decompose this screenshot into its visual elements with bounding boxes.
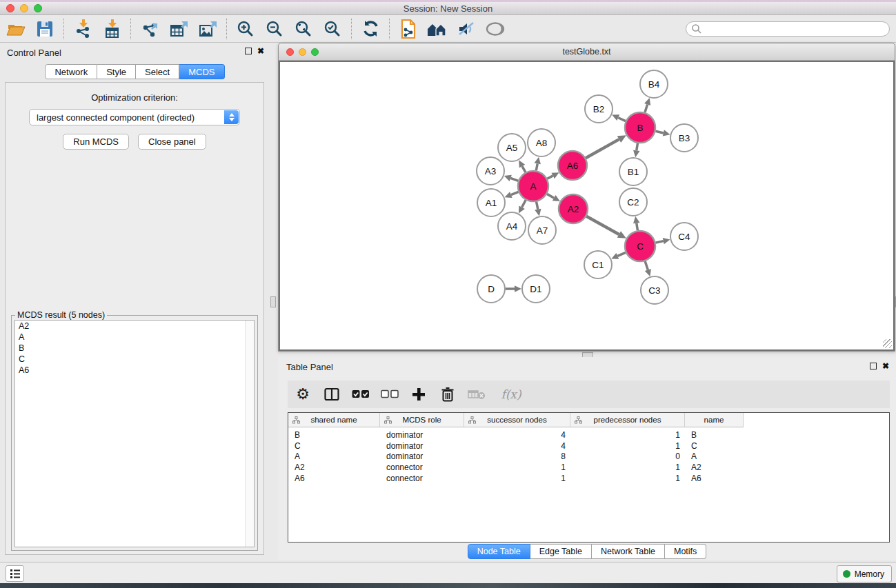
- column-view-button[interactable]: [322, 384, 341, 405]
- table-row[interactable]: Bdominator41B: [288, 429, 889, 440]
- column-header-predecessor-nodes[interactable]: predecessor nodes: [570, 413, 685, 427]
- edge-A-A2[interactable]: [547, 194, 554, 198]
- column-type-icon: [292, 416, 300, 424]
- edge-C-C1[interactable]: [617, 252, 626, 256]
- function-builder-button[interactable]: f(x): [496, 384, 526, 405]
- tab-style[interactable]: Style: [97, 64, 136, 79]
- edge-C-C2[interactable]: [637, 223, 638, 231]
- node-label-B: B: [637, 123, 643, 133]
- edge-A-A8[interactable]: [536, 163, 537, 170]
- export-image-button[interactable]: [193, 17, 222, 41]
- hide-graphics-details-button[interactable]: [452, 17, 481, 41]
- export-network-icon: [140, 19, 159, 39]
- apply-layout-button[interactable]: [356, 17, 385, 41]
- arrowhead-C-C2: [633, 216, 639, 224]
- search-input[interactable]: [702, 23, 889, 35]
- select-all-columns-button[interactable]: [351, 384, 370, 405]
- cell-predecessor-nodes: 1: [570, 441, 685, 451]
- plus-icon: [412, 387, 426, 401]
- save-session-button[interactable]: [30, 17, 59, 41]
- edge-A6-B[interactable]: [586, 139, 619, 158]
- control-panel-header: Control Panel ✖: [0, 43, 270, 61]
- tab-mcds[interactable]: MCDS: [179, 64, 224, 79]
- result-item-b[interactable]: B: [15, 343, 254, 354]
- float-table-panel-icon[interactable]: [870, 363, 877, 369]
- create-column-button[interactable]: [409, 384, 428, 405]
- node-table[interactable]: shared nameMCDS rolesuccessor nodesprede…: [288, 412, 890, 543]
- edge-C-C3[interactable]: [645, 261, 648, 270]
- table-row[interactable]: A2connector11A2: [288, 462, 889, 473]
- first-neighbors-button[interactable]: [423, 17, 452, 41]
- result-item-a6[interactable]: A6: [15, 365, 254, 376]
- table-row[interactable]: A6connector11A6: [288, 473, 889, 484]
- tab-select[interactable]: Select: [136, 64, 179, 79]
- table-tab-node-table[interactable]: Node Table: [468, 544, 530, 559]
- edge-A-A3[interactable]: [510, 178, 518, 181]
- result-item-a[interactable]: A: [15, 332, 254, 343]
- zoom-fit-button[interactable]: [289, 17, 318, 41]
- table-panel-tabs: Node TableEdge TableNetwork TableMotifs: [278, 544, 896, 559]
- result-item-a2[interactable]: A2: [15, 321, 254, 332]
- edge-A-A4[interactable]: [522, 200, 526, 207]
- column-type-icon: [468, 416, 476, 424]
- control-panel: Control Panel ✖ NetworkStyleSelectMCDS O…: [0, 43, 270, 560]
- vertical-splitter-grip[interactable]: [270, 296, 276, 307]
- delete-table-button[interactable]: [467, 384, 486, 405]
- mcds-result-list[interactable]: A2ABCA6: [14, 320, 255, 547]
- export-table-button[interactable]: [164, 17, 193, 41]
- table-row[interactable]: Cdominator41C: [288, 440, 889, 452]
- column-header-shared-name[interactable]: shared name: [288, 413, 380, 427]
- close-panel-button[interactable]: Close panel: [138, 134, 206, 150]
- edge-B-B2[interactable]: [618, 118, 626, 121]
- edge-B-B1[interactable]: [637, 143, 638, 151]
- edge-A2-C[interactable]: [586, 216, 619, 234]
- zoom-in-button[interactable]: [231, 17, 260, 41]
- edge-A-A6[interactable]: [547, 176, 552, 179]
- zoom-selected-button[interactable]: [318, 17, 347, 41]
- edge-A-A1[interactable]: [511, 192, 519, 194]
- close-panel-icon[interactable]: ✖: [257, 48, 264, 54]
- edge-A-A7[interactable]: [537, 202, 538, 210]
- node-label-A8: A8: [536, 138, 548, 148]
- new-network-from-selection-button[interactable]: [394, 17, 423, 41]
- column-header-successor-nodes[interactable]: successor nodes: [464, 413, 570, 427]
- criterion-dropdown[interactable]: largest connected component (directed): [29, 109, 240, 125]
- network-canvas[interactable]: B4B2BB3A5A8A6A3B1AA1C2A2A4A7CC4C1C3DD1: [279, 61, 895, 351]
- node-label-A5: A5: [506, 143, 518, 153]
- tab-network[interactable]: Network: [45, 64, 97, 79]
- delete-columns-button[interactable]: [438, 384, 457, 405]
- column-header-name[interactable]: name: [685, 413, 744, 427]
- cell-MCDS-role: connector: [380, 474, 464, 483]
- table-tab-motifs[interactable]: Motifs: [665, 544, 706, 559]
- result-item-c[interactable]: C: [15, 354, 254, 365]
- edge-B-B3[interactable]: [655, 131, 663, 133]
- close-table-panel-icon[interactable]: ✖: [882, 363, 889, 369]
- window-resize-grip[interactable]: [883, 339, 892, 348]
- import-network-button[interactable]: [68, 17, 97, 41]
- table-row[interactable]: Adominator80A: [288, 452, 889, 463]
- edge-B-B4[interactable]: [645, 105, 648, 113]
- open-session-button[interactable]: [1, 17, 30, 41]
- network-graph[interactable]: B4B2BB3A5A8A6A3B1AA1C2A2A4A7CC4C1C3DD1: [280, 62, 894, 351]
- search-icon: [691, 23, 702, 34]
- app-screen: Session: New Session: [0, 0, 896, 588]
- show-panels-button[interactable]: [6, 565, 24, 582]
- run-mcds-button[interactable]: Run MCDS: [63, 134, 129, 150]
- table-tab-edge-table[interactable]: Edge Table: [530, 544, 592, 559]
- export-network-button[interactable]: [135, 17, 164, 41]
- zoom-out-button[interactable]: [260, 17, 289, 41]
- result-list-scrollbar[interactable]: [245, 321, 254, 547]
- deselect-all-columns-button[interactable]: [380, 384, 399, 405]
- arrowhead-A-A7: [535, 209, 541, 216]
- table-settings-button[interactable]: ⚙: [293, 384, 312, 405]
- edge-C-C4[interactable]: [655, 241, 663, 243]
- edge-A-A5[interactable]: [522, 166, 526, 172]
- column-header-MCDS-role[interactable]: MCDS role: [380, 413, 464, 427]
- memory-button[interactable]: Memory: [837, 565, 892, 582]
- float-panel-icon[interactable]: [245, 48, 252, 54]
- import-table-button[interactable]: [97, 17, 126, 41]
- table-tab-network-table[interactable]: Network Table: [592, 544, 665, 559]
- toolbar-search-field[interactable]: [686, 21, 890, 37]
- node-label-A4: A4: [506, 221, 518, 232]
- show-graphics-details-button[interactable]: [481, 17, 510, 41]
